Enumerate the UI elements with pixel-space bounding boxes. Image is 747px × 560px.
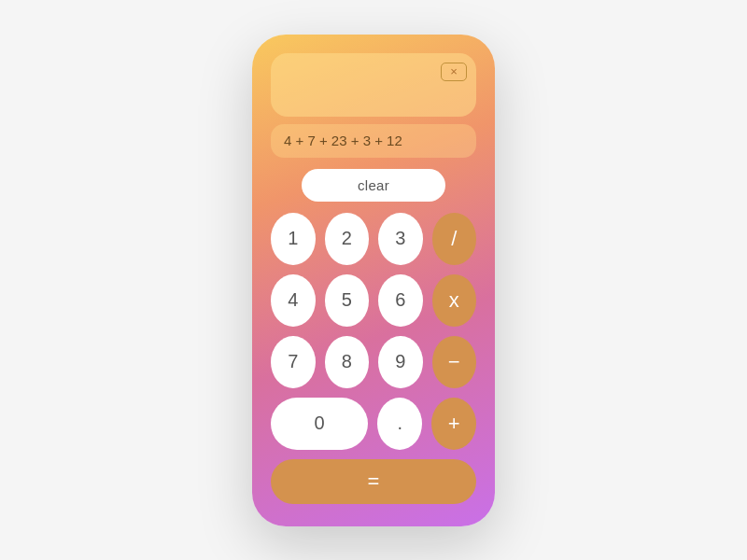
key-row-1: 1 2 3 / <box>271 213 476 265</box>
calculator: 4 + 7 + 23 + 3 + 12 clear 1 2 3 / 4 5 6 … <box>252 35 495 526</box>
key-0[interactable]: 0 <box>271 398 368 450</box>
key-row-3: 7 8 9 − <box>271 336 476 388</box>
key-row-2: 4 5 6 x <box>271 274 476 327</box>
key-8[interactable]: 8 <box>325 336 370 388</box>
key-row-equals: = <box>271 459 476 504</box>
key-7[interactable]: 7 <box>271 336 316 388</box>
key-divide[interactable]: / <box>432 213 477 265</box>
clear-button[interactable]: clear <box>302 169 445 202</box>
key-9[interactable]: 9 <box>378 336 423 388</box>
key-5[interactable]: 5 <box>325 274 370 327</box>
key-2[interactable]: 2 <box>325 213 370 265</box>
result-display <box>271 53 476 117</box>
key-4[interactable]: 4 <box>271 274 316 327</box>
key-equals[interactable]: = <box>271 459 476 504</box>
key-1[interactable]: 1 <box>271 213 316 265</box>
backspace-button[interactable] <box>441 63 467 81</box>
key-plus[interactable]: + <box>431 398 476 450</box>
key-multiply[interactable]: x <box>432 274 477 327</box>
keypad: 1 2 3 / 4 5 6 x 7 8 9 − 0 . + = <box>271 213 476 504</box>
key-row-4: 0 . + <box>271 398 476 450</box>
display-area: 4 + 7 + 23 + 3 + 12 <box>271 53 476 158</box>
expression-display: 4 + 7 + 23 + 3 + 12 <box>271 124 476 158</box>
key-dot[interactable]: . <box>377 398 422 450</box>
expression-text: 4 + 7 + 23 + 3 + 12 <box>284 133 402 148</box>
key-6[interactable]: 6 <box>378 274 423 327</box>
key-minus[interactable]: − <box>432 336 477 388</box>
key-3[interactable]: 3 <box>378 213 423 265</box>
